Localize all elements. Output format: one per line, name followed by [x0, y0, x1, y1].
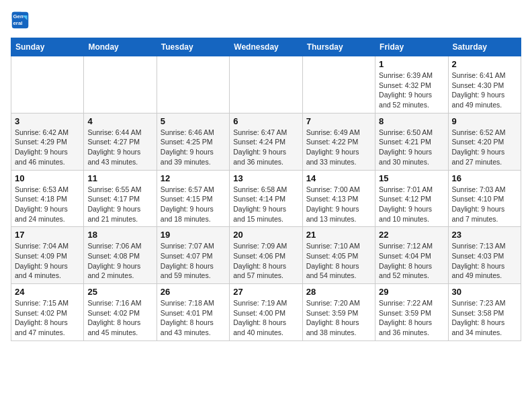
day-info: Sunrise: 7:07 AM Sunset: 4:07 PM Dayligh… [161, 241, 226, 281]
calendar-table: SundayMondayTuesdayWednesdayThursdayFrid… [11, 38, 521, 341]
day-number: 8 [379, 116, 444, 126]
calendar-cell: 25Sunrise: 7:16 AM Sunset: 4:02 PM Dayli… [84, 284, 157, 341]
calendar-cell [11, 56, 84, 113]
calendar-cell: 8Sunrise: 6:50 AM Sunset: 4:21 PM Daylig… [375, 113, 448, 170]
calendar-cell: 24Sunrise: 7:15 AM Sunset: 4:02 PM Dayli… [11, 284, 84, 341]
calendar-cell: 6Sunrise: 6:47 AM Sunset: 4:24 PM Daylig… [230, 113, 302, 170]
day-number: 14 [306, 173, 371, 183]
day-info: Sunrise: 6:39 AM Sunset: 4:32 PM Dayligh… [379, 71, 444, 110]
calendar-cell: 9Sunrise: 6:52 AM Sunset: 4:20 PM Daylig… [448, 113, 521, 170]
weekday-header-thursday: Thursday [302, 38, 375, 56]
calendar-cell: 23Sunrise: 7:13 AM Sunset: 4:03 PM Dayli… [448, 227, 521, 284]
weekday-header-friday: Friday [375, 38, 448, 56]
day-info: Sunrise: 7:15 AM Sunset: 4:02 PM Dayligh… [15, 298, 80, 338]
calendar-cell [302, 56, 375, 113]
day-number: 10 [15, 173, 80, 183]
day-info: Sunrise: 7:00 AM Sunset: 4:13 PM Dayligh… [306, 185, 371, 224]
calendar-cell: 30Sunrise: 7:23 AM Sunset: 3:58 PM Dayli… [448, 284, 521, 341]
calendar-cell [230, 56, 302, 113]
day-number: 5 [161, 116, 226, 126]
day-number: 21 [306, 230, 371, 240]
day-info: Sunrise: 7:16 AM Sunset: 4:02 PM Dayligh… [87, 298, 152, 338]
calendar-cell: 12Sunrise: 6:57 AM Sunset: 4:15 PM Dayli… [157, 170, 229, 227]
day-number: 23 [452, 230, 517, 240]
day-number: 20 [233, 230, 298, 240]
day-info: Sunrise: 7:04 AM Sunset: 4:09 PM Dayligh… [15, 241, 80, 281]
calendar-cell: 17Sunrise: 7:04 AM Sunset: 4:09 PM Dayli… [11, 227, 84, 284]
day-info: Sunrise: 6:57 AM Sunset: 4:15 PM Dayligh… [161, 185, 226, 224]
header: Gen eral [11, 11, 521, 30]
day-info: Sunrise: 7:13 AM Sunset: 4:03 PM Dayligh… [452, 241, 517, 281]
week-row-1: 1Sunrise: 6:39 AM Sunset: 4:32 PM Daylig… [11, 56, 521, 113]
weekday-header-tuesday: Tuesday [157, 38, 229, 56]
day-info: Sunrise: 7:22 AM Sunset: 3:59 PM Dayligh… [379, 298, 444, 338]
day-info: Sunrise: 7:06 AM Sunset: 4:08 PM Dayligh… [87, 241, 152, 281]
day-info: Sunrise: 6:50 AM Sunset: 4:21 PM Dayligh… [379, 128, 444, 167]
weekday-header-saturday: Saturday [448, 38, 521, 56]
day-info: Sunrise: 6:52 AM Sunset: 4:20 PM Dayligh… [452, 128, 517, 167]
calendar-cell: 28Sunrise: 7:20 AM Sunset: 3:59 PM Dayli… [302, 284, 375, 341]
calendar-cell: 21Sunrise: 7:10 AM Sunset: 4:05 PM Dayli… [302, 227, 375, 284]
day-info: Sunrise: 7:18 AM Sunset: 4:01 PM Dayligh… [161, 298, 226, 338]
day-number: 3 [15, 116, 80, 126]
day-info: Sunrise: 6:41 AM Sunset: 4:30 PM Dayligh… [452, 71, 517, 110]
svg-text:eral: eral [13, 20, 23, 26]
day-number: 17 [15, 230, 80, 240]
calendar-cell: 1Sunrise: 6:39 AM Sunset: 4:32 PM Daylig… [375, 56, 448, 113]
day-info: Sunrise: 6:42 AM Sunset: 4:29 PM Dayligh… [15, 128, 80, 167]
day-info: Sunrise: 6:44 AM Sunset: 4:27 PM Dayligh… [87, 128, 152, 167]
day-info: Sunrise: 7:12 AM Sunset: 4:04 PM Dayligh… [379, 241, 444, 281]
day-info: Sunrise: 7:03 AM Sunset: 4:10 PM Dayligh… [452, 185, 517, 224]
calendar-cell: 11Sunrise: 6:55 AM Sunset: 4:17 PM Dayli… [84, 170, 157, 227]
day-number: 28 [306, 287, 371, 297]
day-number: 7 [306, 116, 371, 126]
calendar-cell: 27Sunrise: 7:19 AM Sunset: 4:00 PM Dayli… [230, 284, 302, 341]
weekday-header-sunday: Sunday [11, 38, 84, 56]
calendar-cell: 19Sunrise: 7:07 AM Sunset: 4:07 PM Dayli… [157, 227, 229, 284]
day-info: Sunrise: 6:58 AM Sunset: 4:14 PM Dayligh… [233, 185, 298, 224]
calendar-cell: 14Sunrise: 7:00 AM Sunset: 4:13 PM Dayli… [302, 170, 375, 227]
day-number: 11 [87, 173, 152, 183]
weekday-header-row: SundayMondayTuesdayWednesdayThursdayFrid… [11, 38, 521, 56]
day-info: Sunrise: 7:20 AM Sunset: 3:59 PM Dayligh… [306, 298, 371, 338]
calendar-cell: 29Sunrise: 7:22 AM Sunset: 3:59 PM Dayli… [375, 284, 448, 341]
week-row-5: 24Sunrise: 7:15 AM Sunset: 4:02 PM Dayli… [11, 284, 521, 341]
weekday-header-monday: Monday [84, 38, 157, 56]
day-number: 12 [161, 173, 226, 183]
calendar-cell: 4Sunrise: 6:44 AM Sunset: 4:27 PM Daylig… [84, 113, 157, 170]
calendar-cell: 2Sunrise: 6:41 AM Sunset: 4:30 PM Daylig… [448, 56, 521, 113]
day-number: 22 [379, 230, 444, 240]
logo-icon: Gen eral [11, 11, 30, 30]
day-number: 9 [452, 116, 517, 126]
calendar-cell: 10Sunrise: 6:53 AM Sunset: 4:18 PM Dayli… [11, 170, 84, 227]
calendar-cell: 16Sunrise: 7:03 AM Sunset: 4:10 PM Dayli… [448, 170, 521, 227]
day-info: Sunrise: 6:53 AM Sunset: 4:18 PM Dayligh… [15, 185, 80, 224]
calendar-cell [84, 56, 157, 113]
calendar-cell: 22Sunrise: 7:12 AM Sunset: 4:04 PM Dayli… [375, 227, 448, 284]
calendar-cell: 20Sunrise: 7:09 AM Sunset: 4:06 PM Dayli… [230, 227, 302, 284]
week-row-4: 17Sunrise: 7:04 AM Sunset: 4:09 PM Dayli… [11, 227, 521, 284]
calendar-cell: 13Sunrise: 6:58 AM Sunset: 4:14 PM Dayli… [230, 170, 302, 227]
day-info: Sunrise: 7:10 AM Sunset: 4:05 PM Dayligh… [306, 241, 371, 281]
week-row-2: 3Sunrise: 6:42 AM Sunset: 4:29 PM Daylig… [11, 113, 521, 170]
calendar-cell: 5Sunrise: 6:46 AM Sunset: 4:25 PM Daylig… [157, 113, 229, 170]
day-number: 4 [87, 116, 152, 126]
week-row-3: 10Sunrise: 6:53 AM Sunset: 4:18 PM Dayli… [11, 170, 521, 227]
day-number: 29 [379, 287, 444, 297]
day-number: 6 [233, 116, 298, 126]
day-number: 13 [233, 173, 298, 183]
calendar-cell: 7Sunrise: 6:49 AM Sunset: 4:22 PM Daylig… [302, 113, 375, 170]
calendar-cell: 18Sunrise: 7:06 AM Sunset: 4:08 PM Dayli… [84, 227, 157, 284]
day-info: Sunrise: 6:55 AM Sunset: 4:17 PM Dayligh… [87, 185, 152, 224]
day-info: Sunrise: 7:19 AM Sunset: 4:00 PM Dayligh… [233, 298, 298, 338]
day-info: Sunrise: 6:46 AM Sunset: 4:25 PM Dayligh… [161, 128, 226, 167]
day-info: Sunrise: 7:01 AM Sunset: 4:12 PM Dayligh… [379, 185, 444, 224]
day-info: Sunrise: 6:49 AM Sunset: 4:22 PM Dayligh… [306, 128, 371, 167]
day-number: 19 [161, 230, 226, 240]
svg-text:Gen: Gen [13, 13, 24, 19]
day-info: Sunrise: 7:23 AM Sunset: 3:58 PM Dayligh… [452, 298, 517, 338]
day-number: 26 [161, 287, 226, 297]
weekday-header-wednesday: Wednesday [230, 38, 302, 56]
day-number: 16 [452, 173, 517, 183]
day-number: 24 [15, 287, 80, 297]
